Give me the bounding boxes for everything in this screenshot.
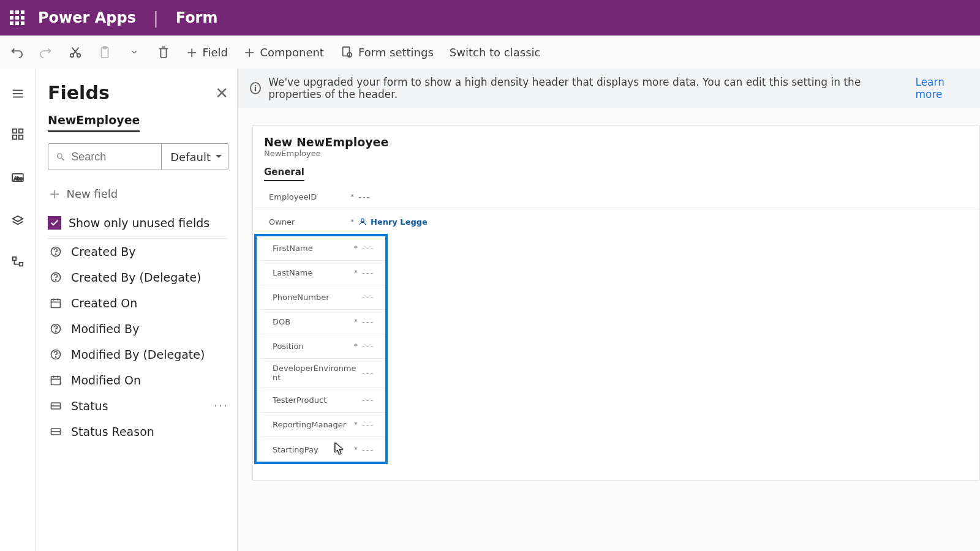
- layers-icon[interactable]: [10, 213, 26, 229]
- form-row[interactable]: DeveloperEnvironment ---: [257, 359, 385, 388]
- toolbar: + Field + Component Form settings Switch…: [0, 36, 980, 69]
- add-field-button[interactable]: + Field: [186, 45, 228, 60]
- fields-icon: Abc: [10, 170, 26, 186]
- field-item-label: Modified By (Delegate): [71, 348, 205, 361]
- app-header-bar: Power Apps | Form: [0, 0, 980, 36]
- question-icon: [49, 348, 62, 361]
- form-canvas: i We've upgraded your form to show a hig…: [238, 69, 980, 551]
- paste-chevron-icon[interactable]: [127, 45, 141, 59]
- required-mark: *: [352, 269, 360, 277]
- form-row[interactable]: ReportingManager * ---: [257, 413, 385, 437]
- field-item[interactable]: Status Reason: [48, 419, 228, 444]
- svg-rect-16: [19, 263, 23, 266]
- svg-point-30: [55, 357, 56, 358]
- row-label: PhoneNumber: [273, 293, 352, 302]
- form-card[interactable]: New NewEmployee NewEmployee General Empl…: [252, 125, 980, 481]
- choice-icon: [49, 425, 62, 438]
- hamburger-icon[interactable]: [10, 86, 26, 102]
- row-value: ---: [360, 244, 374, 253]
- undo-icon[interactable]: [10, 45, 23, 59]
- row-value: ---: [360, 293, 374, 302]
- tree-icon[interactable]: [10, 253, 26, 269]
- svg-line-18: [61, 158, 64, 160]
- svg-point-39: [361, 219, 364, 222]
- form-wrap: New NewEmployee NewEmployee General Empl…: [238, 108, 980, 500]
- close-icon[interactable]: ✕: [215, 84, 228, 102]
- waffle-icon[interactable]: [10, 10, 24, 25]
- row-value: ---: [360, 445, 374, 454]
- row-value: ---: [360, 420, 374, 429]
- required-mark: *: [352, 342, 360, 350]
- svg-point-17: [58, 154, 62, 159]
- show-unused-row[interactable]: Show only unused fields: [48, 212, 228, 239]
- row-value: ---: [360, 369, 374, 378]
- panel-title: Fields: [48, 82, 110, 103]
- form-row[interactable]: DOB * ---: [257, 310, 385, 334]
- main-area: Abc Fields ✕ NewEmployee Default +: [0, 69, 980, 551]
- row-label: FirstName: [273, 244, 352, 253]
- search-box[interactable]: [48, 144, 161, 170]
- owner-value[interactable]: Henry Legge: [356, 217, 428, 227]
- svg-rect-12: [18, 135, 22, 139]
- panel-header: Fields ✕: [48, 82, 228, 103]
- add-component-label: Component: [260, 46, 324, 59]
- search-input[interactable]: [71, 151, 154, 163]
- date-icon: [49, 296, 62, 310]
- form-settings-button[interactable]: Form settings: [340, 45, 434, 59]
- fields-panel: Fields ✕ NewEmployee Default + New field…: [36, 69, 238, 551]
- field-item-label: Created By: [71, 245, 136, 258]
- form-row[interactable]: LastName * ---: [257, 261, 385, 285]
- required-mark: *: [349, 218, 356, 226]
- form-row[interactable]: TesterProduct ---: [257, 388, 385, 413]
- field-item-label: Created On: [71, 296, 137, 310]
- info-bar: i We've upgraded your form to show a hig…: [238, 69, 980, 108]
- field-item[interactable]: Created By (Delegate): [48, 264, 228, 290]
- form-tab-general[interactable]: General: [264, 167, 304, 181]
- form-row[interactable]: EmployeeID * ---: [253, 185, 979, 209]
- selected-fields-block[interactable]: FirstName * --- LastName * --- PhoneNumb…: [254, 234, 388, 464]
- delete-icon[interactable]: [157, 45, 170, 59]
- form-row[interactable]: StartingPay * ---: [257, 437, 385, 462]
- field-item[interactable]: Status ···: [48, 393, 228, 419]
- question-icon: [49, 245, 62, 258]
- row-value: ---: [360, 395, 374, 405]
- more-icon[interactable]: ···: [214, 399, 228, 413]
- filter-dropdown[interactable]: Default: [161, 144, 228, 170]
- form-row[interactable]: Position * ---: [257, 334, 385, 359]
- plus-icon: +: [244, 45, 255, 60]
- field-item[interactable]: Created On: [48, 290, 228, 316]
- form-row[interactable]: PhoneNumber ---: [257, 285, 385, 310]
- form-title: New NewEmployee: [253, 135, 979, 149]
- plus-icon: +: [49, 186, 60, 201]
- svg-rect-23: [51, 299, 61, 307]
- field-item-label: Status Reason: [71, 425, 154, 438]
- row-label: DeveloperEnvironment: [273, 362, 352, 385]
- cut-icon[interactable]: [69, 45, 82, 59]
- required-mark: *: [352, 446, 360, 454]
- form-row[interactable]: FirstName * ---: [257, 236, 385, 261]
- new-field-button[interactable]: + New field: [48, 180, 228, 212]
- learn-more-link[interactable]: Learn more: [915, 76, 968, 100]
- row-label: ReportingManager: [273, 420, 352, 429]
- switch-classic-label: Switch to classic: [450, 46, 541, 59]
- row-label: Owner: [269, 217, 349, 227]
- choice-icon: [49, 399, 62, 413]
- field-item[interactable]: Modified On: [48, 367, 228, 393]
- components-icon[interactable]: [10, 126, 26, 142]
- svg-point-20: [55, 254, 56, 255]
- entity-tab[interactable]: NewEmployee: [48, 113, 140, 132]
- row-label: LastName: [273, 268, 352, 277]
- add-field-label: Field: [202, 46, 228, 59]
- add-component-button[interactable]: + Component: [244, 45, 324, 60]
- fields-rail-item[interactable]: Abc: [0, 167, 26, 189]
- field-item[interactable]: Modified By: [48, 316, 228, 342]
- field-item[interactable]: Modified By (Delegate): [48, 342, 228, 367]
- svg-rect-11: [12, 135, 16, 139]
- plus-icon: +: [186, 45, 197, 60]
- form-row[interactable]: Owner * Henry Legge: [253, 209, 979, 234]
- field-item[interactable]: Created By: [48, 239, 228, 264]
- date-icon: [49, 373, 62, 387]
- svg-rect-4: [343, 47, 350, 56]
- svg-rect-10: [18, 129, 22, 133]
- switch-classic-button[interactable]: Switch to classic: [450, 46, 541, 59]
